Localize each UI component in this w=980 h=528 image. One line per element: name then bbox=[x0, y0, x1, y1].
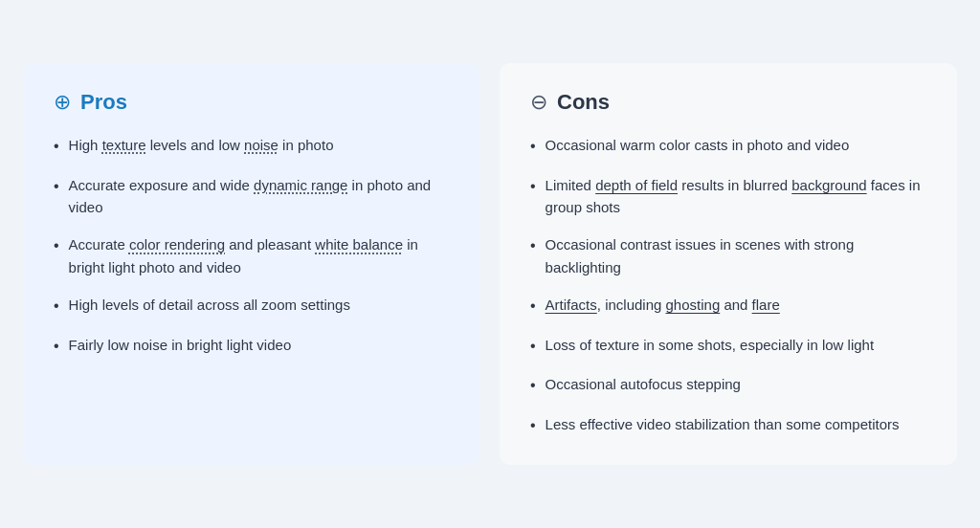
bullet-icon: • bbox=[54, 295, 59, 319]
list-item: • High texture levels and low noise in p… bbox=[54, 134, 450, 159]
main-container: ⊕ Pros • High texture levels and low noi… bbox=[0, 40, 980, 488]
con-item-3: Occasional contrast issues in scenes wit… bbox=[546, 233, 926, 278]
texture-link[interactable]: texture bbox=[102, 137, 146, 153]
bullet-icon: • bbox=[530, 135, 536, 159]
artifacts-link[interactable]: Artifacts bbox=[546, 297, 597, 313]
pros-card: ⊕ Pros • High texture levels and low noi… bbox=[23, 63, 480, 465]
list-item: • Loss of texture in some shots, especia… bbox=[530, 334, 926, 359]
con-item-1: Occasional warm color casts in photo and… bbox=[546, 134, 850, 159]
bullet-icon: • bbox=[54, 335, 59, 359]
pros-title: Pros bbox=[80, 90, 127, 115]
bullet-icon: • bbox=[530, 374, 536, 398]
pros-icon: ⊕ bbox=[54, 92, 71, 113]
con-item-4: Artifacts, including ghosting and flare bbox=[546, 294, 780, 319]
pros-list: • High texture levels and low noise in p… bbox=[54, 134, 450, 358]
color-rendering-link[interactable]: color rendering bbox=[129, 236, 225, 253]
pro-item-5: Fairly low noise in bright light video bbox=[69, 334, 292, 359]
depth-of-field-link[interactable]: depth of field bbox=[595, 177, 678, 193]
bullet-icon: • bbox=[530, 335, 536, 359]
dynamic-range-link[interactable]: dynamic range bbox=[254, 177, 347, 193]
flare-link[interactable]: flare bbox=[752, 297, 780, 313]
white-balance-link[interactable]: white balance bbox=[315, 236, 403, 253]
cons-title: Cons bbox=[557, 90, 610, 115]
cons-header: ⊖ Cons bbox=[530, 90, 926, 115]
pro-item-2: Accurate exposure and wide dynamic range… bbox=[69, 174, 450, 219]
list-item: • Occasional autofocus stepping bbox=[530, 373, 926, 398]
cons-list: • Occasional warm color casts in photo a… bbox=[530, 134, 926, 438]
con-item-7: Less effective video stabilization than … bbox=[546, 413, 900, 438]
bullet-icon: • bbox=[530, 295, 536, 319]
pro-item-4: High levels of detail across all zoom se… bbox=[69, 294, 350, 319]
con-item-5: Loss of texture in some shots, especiall… bbox=[546, 334, 875, 359]
list-item: • Accurate color rendering and pleasant … bbox=[54, 233, 450, 278]
list-item: • High levels of detail across all zoom … bbox=[54, 294, 450, 319]
list-item: • Limited depth of field results in blur… bbox=[530, 174, 926, 219]
bullet-icon: • bbox=[54, 175, 59, 219]
list-item: • Artifacts, including ghosting and flar… bbox=[530, 294, 926, 319]
list-item: • Less effective video stabilization tha… bbox=[530, 413, 926, 438]
pro-item-1: High texture levels and low noise in pho… bbox=[69, 134, 334, 159]
pro-item-3: Accurate color rendering and pleasant wh… bbox=[69, 233, 450, 278]
bullet-icon: • bbox=[530, 414, 536, 438]
list-item: • Occasional contrast issues in scenes w… bbox=[530, 233, 926, 278]
pros-header: ⊕ Pros bbox=[54, 90, 450, 115]
list-item: • Fairly low noise in bright light video bbox=[54, 334, 450, 359]
noise-link[interactable]: noise bbox=[244, 137, 278, 153]
cons-icon: ⊖ bbox=[530, 92, 547, 113]
bullet-icon: • bbox=[54, 234, 59, 278]
cons-card: ⊖ Cons • Occasional warm color casts in … bbox=[500, 63, 957, 465]
bullet-icon: • bbox=[530, 234, 536, 278]
background-link[interactable]: background bbox=[791, 177, 866, 193]
list-item: • Accurate exposure and wide dynamic ran… bbox=[54, 174, 450, 219]
list-item: • Occasional warm color casts in photo a… bbox=[530, 134, 926, 159]
bullet-icon: • bbox=[530, 175, 536, 219]
con-item-2: Limited depth of field results in blurre… bbox=[546, 174, 926, 219]
con-item-6: Occasional autofocus stepping bbox=[546, 373, 741, 398]
ghosting-link[interactable]: ghosting bbox=[666, 297, 721, 313]
bullet-icon: • bbox=[54, 135, 59, 159]
